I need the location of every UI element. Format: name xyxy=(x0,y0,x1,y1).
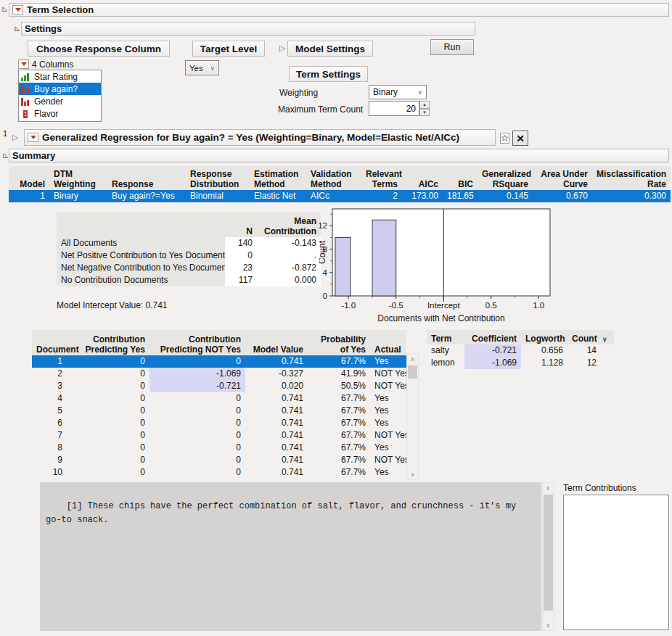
max-term-count-input[interactable] xyxy=(369,101,419,116)
scroll-down-icon[interactable]: ∨ xyxy=(543,620,554,630)
max-term-count-stepper[interactable]: ▲ ▼ xyxy=(419,101,430,116)
document-row-3[interactable]: 30-0.7210.02050.5%NOT Yes xyxy=(32,380,406,392)
x-tick-label: 0.5 xyxy=(485,301,497,310)
contribution-predicting-not-yes: 0 xyxy=(149,405,245,417)
scrollbar-thumb[interactable] xyxy=(408,366,417,379)
disclosure-open-icon[interactable]: ⊿ xyxy=(2,152,9,160)
document-text-viewer[interactable]: [1] These chips have the perfect combina… xyxy=(40,482,541,631)
stepper-down-icon[interactable]: ▼ xyxy=(419,109,430,117)
actual-value: Yes xyxy=(370,442,406,454)
contribution-n-value: 140 xyxy=(225,237,257,249)
summary-model-row[interactable]: 1BinaryBuy again?=YesBinomialElastic Net… xyxy=(9,190,671,202)
weighting-select[interactable]: Binary ∨ xyxy=(369,85,427,99)
contribution-predicting-yes: 0 xyxy=(67,405,149,417)
contribution-n-value: 0 xyxy=(225,249,257,262)
contribution-predicting-not-yes: 0 xyxy=(149,454,245,466)
contribution-row-label: Net Negative Contribution to Yes Documen… xyxy=(57,262,225,274)
summary-cell: 2 xyxy=(361,190,402,202)
target-level-header[interactable]: Target Level xyxy=(192,41,265,57)
column-item-star-rating[interactable]: Star Rating xyxy=(19,70,101,83)
scroll-up-icon[interactable]: ∧ xyxy=(543,483,554,493)
summary-header[interactable]: Summary xyxy=(9,149,669,162)
summary-cell: Binary xyxy=(49,190,107,202)
column-item-buy-again-[interactable]: Buy again? xyxy=(19,83,101,95)
probability-of-yes: 67.7% xyxy=(308,355,370,368)
close-report-button[interactable]: ✕ xyxy=(512,131,528,146)
term-settings-header[interactable]: Term Settings xyxy=(289,66,368,82)
document-id: 9 xyxy=(32,454,67,466)
run-button[interactable]: Run xyxy=(430,39,474,55)
document-table-scrollbar[interactable]: ∧ ∨ xyxy=(406,353,419,480)
generalized-regression-header[interactable]: Generalized Regression for Buy again? = … xyxy=(24,129,496,146)
document-row-7[interactable]: 7000.74167.7%NOT Yes xyxy=(32,429,406,442)
red-triangle-menu-icon[interactable] xyxy=(12,5,23,15)
disclosure-closed-icon[interactable]: ▷ xyxy=(12,133,18,141)
summary-column-header: Generalized RSquare xyxy=(478,169,533,190)
contribution-predicting-yes: 0 xyxy=(67,454,149,466)
term-column-header-coefficient[interactable]: Coefficient xyxy=(464,334,521,344)
summary-cell: 181.65 xyxy=(443,190,478,202)
model-settings-header[interactable]: Model Settings xyxy=(287,41,373,57)
sort-chevron-icon[interactable]: ∨ xyxy=(601,334,614,344)
summary-cell: Buy again?=Yes xyxy=(107,190,186,202)
stepper-up-icon[interactable]: ▲ xyxy=(419,101,430,109)
column-item-gender[interactable]: Gender xyxy=(19,95,101,107)
document-row-4[interactable]: 4000.74167.7%Yes xyxy=(32,392,406,405)
plot-frame xyxy=(332,209,550,296)
document-viewer-scrollbar[interactable]: ∧ ∨ xyxy=(542,482,554,631)
model-value: 0.741 xyxy=(245,454,308,466)
scroll-down-icon[interactable]: ∨ xyxy=(407,469,418,479)
settings-header[interactable]: Settings xyxy=(21,22,475,36)
document-row-1[interactable]: 1000.74167.7%Yes xyxy=(32,355,406,368)
model-value: 0.741 xyxy=(245,405,308,417)
scrollbar-thumb[interactable] xyxy=(544,495,553,611)
term-row-lemon[interactable]: lemon-1.0691.12812 xyxy=(427,357,614,369)
term-count: 12 xyxy=(567,357,601,369)
scroll-up-icon[interactable]: ∧ xyxy=(407,354,418,364)
net-contribution-histogram[interactable]: 04812-1.0-0.5Intercept0.51.0Documents wi… xyxy=(319,207,553,328)
document-id: 8 xyxy=(32,442,67,454)
target-level-select[interactable]: Yes ∨ xyxy=(185,60,219,75)
term-selection-title: Term Selection xyxy=(27,4,94,15)
histogram-bar[interactable] xyxy=(335,237,351,296)
term-row-salty[interactable]: salty-0.7210.65614 xyxy=(427,344,614,357)
disclosure-open-icon[interactable]: ⊿ xyxy=(14,25,20,33)
document-row-5[interactable]: 5000.74167.7%Yes xyxy=(32,405,406,417)
contribution-mean-value: . xyxy=(257,249,321,262)
contribution-n-value: 23 xyxy=(225,262,257,274)
choose-response-column-header[interactable]: Choose Response Column xyxy=(28,41,170,57)
document-row-8[interactable]: 8000.74167.7%Yes xyxy=(32,442,406,454)
disclosure-open-icon[interactable]: ⊿ xyxy=(1,5,8,13)
summary-column-header: Estimation Method xyxy=(250,169,306,190)
document-row-10[interactable]: 10000.74167.7%Yes xyxy=(32,466,406,479)
chevron-down-icon: ∨ xyxy=(417,88,422,96)
contribution-summary-table: NMean ContributionAll Documents140-0.143… xyxy=(57,212,321,286)
disclosure-closed-icon[interactable]: ▷ xyxy=(279,44,285,52)
contrib-n-header: N xyxy=(225,226,257,237)
contribution-predicting-not-yes: -0.721 xyxy=(149,380,245,392)
y-tick-label: 12 xyxy=(319,221,327,230)
term-selection-header[interactable]: Term Selection xyxy=(9,3,669,17)
histogram-bar[interactable] xyxy=(372,220,396,296)
document-row-6[interactable]: 6000.74167.7%Yes xyxy=(32,417,406,429)
contribution-mean-value: 0.000 xyxy=(257,274,321,286)
document-contribution-table: DocumentContribution Predicting YesContr… xyxy=(32,330,406,479)
term-column-header-term[interactable]: Term xyxy=(427,334,464,344)
term-contributions-panel[interactable] xyxy=(563,495,669,630)
keep-report-icon[interactable] xyxy=(499,131,511,147)
document-id: 5 xyxy=(32,405,67,417)
term-column-header-count[interactable]: Count xyxy=(567,334,601,344)
column-item-flavor[interactable]: Flavor xyxy=(19,107,101,120)
model-value: 0.741 xyxy=(245,442,308,454)
columns-red-triangle-menu-icon[interactable] xyxy=(18,59,29,69)
contribution-row: Net Positive Contribution to Yes Documen… xyxy=(57,249,321,262)
document-row-2[interactable]: 20-1.069-0.32741.9%NOT Yes xyxy=(32,368,406,380)
document-row-9[interactable]: 9000.74167.7%NOT Yes xyxy=(32,454,406,466)
response-columns-list[interactable]: Star RatingBuy again?GenderFlavor xyxy=(18,70,102,122)
actual-value: NOT Yes xyxy=(370,429,406,442)
term-contributions-label: Term Contributions xyxy=(563,483,636,493)
red-triangle-menu-icon[interactable] xyxy=(28,133,38,142)
term-column-header-logworth[interactable]: Logworth xyxy=(521,334,567,344)
term-logworth: 1.128 xyxy=(521,357,567,369)
probability-of-yes: 67.7% xyxy=(308,454,370,466)
